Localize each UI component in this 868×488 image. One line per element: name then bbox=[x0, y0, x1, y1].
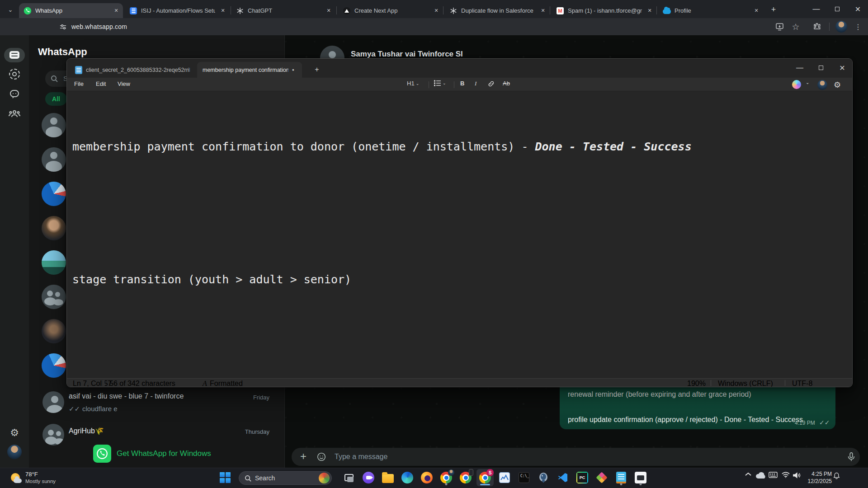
tab-search-chevron-icon[interactable]: ⌄ bbox=[5, 4, 16, 15]
browser-tab-duplicate-flow[interactable]: Duplicate flow in Salesforce ✕ bbox=[445, 3, 550, 18]
notepad-tab-client-secret[interactable]: client_secret_2_60053885332-2reqe52rribc bbox=[70, 62, 196, 78]
postgresql-button[interactable] bbox=[535, 469, 552, 486]
communities-icon[interactable] bbox=[8, 108, 21, 120]
pycharm-button[interactable]: PC bbox=[574, 469, 591, 486]
browser-minimize-button[interactable]: — bbox=[806, 0, 826, 18]
volume-icon[interactable] bbox=[791, 472, 802, 479]
chat-row-name[interactable]: AgriHub🌾 bbox=[69, 427, 104, 435]
chat-avatar[interactable] bbox=[42, 391, 64, 413]
microphone-icon[interactable] bbox=[846, 451, 856, 462]
bookmark-star-icon[interactable]: ☆ bbox=[790, 21, 801, 32]
italic-button[interactable]: I bbox=[475, 80, 476, 87]
bold-button[interactable]: B bbox=[460, 80, 464, 87]
video-app-button[interactable] bbox=[360, 469, 377, 486]
taskbar-search[interactable]: Search bbox=[239, 471, 332, 485]
extensions-puzzle-icon[interactable] bbox=[813, 22, 822, 31]
conversation-title[interactable]: Samya Tushar vai Twinforce Sl bbox=[351, 50, 463, 59]
tray-chevron-up-icon[interactable] bbox=[743, 472, 754, 476]
edge-button[interactable] bbox=[399, 469, 416, 486]
notepad-new-tab-button[interactable]: + bbox=[311, 64, 323, 75]
browser-tab-create-next-app[interactable]: Create Next App ✕ bbox=[338, 3, 443, 18]
chat-avatar-twinforce-logo[interactable] bbox=[42, 353, 66, 378]
notepad-maximize-button[interactable] bbox=[811, 61, 830, 75]
clear-formatting-button[interactable]: Ab bbox=[503, 80, 510, 87]
menu-view[interactable]: View bbox=[118, 80, 130, 87]
task-view-button[interactable] bbox=[340, 469, 358, 486]
chat-avatar-photo[interactable] bbox=[42, 319, 66, 343]
channels-icon[interactable] bbox=[8, 88, 21, 100]
whatsapp-profile-avatar[interactable] bbox=[7, 445, 22, 459]
heading-style-button[interactable]: H1⌄ bbox=[407, 80, 419, 87]
browser-maximize-button[interactable] bbox=[827, 0, 847, 18]
chat-avatar-photo[interactable] bbox=[42, 216, 66, 240]
notepad-taskbar-button[interactable] bbox=[613, 469, 630, 486]
weather-condition[interactable]: Mostly sunny bbox=[25, 479, 56, 484]
tab-close-icon[interactable]: ✕ bbox=[432, 7, 440, 15]
attach-plus-icon[interactable]: + bbox=[300, 450, 307, 463]
browser-profile-avatar[interactable] bbox=[835, 21, 847, 33]
site-settings-icon[interactable] bbox=[60, 23, 66, 30]
copilot-chevron-icon[interactable]: ⌄ bbox=[806, 80, 809, 85]
chat-avatar-group[interactable] bbox=[42, 285, 66, 309]
menu-edit[interactable]: Edit bbox=[96, 80, 106, 87]
chat-avatar-photo[interactable] bbox=[42, 250, 66, 275]
notepad-tab-membership[interactable]: membership payment confirmation ● bbox=[197, 62, 302, 78]
browser-menu-icon[interactable]: ⋮ bbox=[853, 21, 863, 32]
browser-tab-whatsapp[interactable]: WhatsApp ✕ bbox=[19, 3, 123, 18]
notepad-account-avatar[interactable] bbox=[817, 80, 827, 90]
chat-avatar-group[interactable] bbox=[42, 424, 64, 446]
filter-all-pill[interactable]: All bbox=[45, 92, 67, 106]
notepad-settings-gear-icon[interactable]: ⚙ bbox=[834, 80, 841, 90]
chats-icon[interactable] bbox=[9, 51, 19, 59]
task-manager-button[interactable] bbox=[496, 469, 513, 486]
tab-close-icon[interactable]: ✕ bbox=[752, 7, 760, 15]
notepad-close-button[interactable]: ✕ bbox=[833, 61, 852, 75]
weather-temperature[interactable]: 78°F bbox=[25, 471, 38, 478]
taskbar-clock[interactable]: 4:25 PM 12/2/2025 bbox=[804, 470, 832, 485]
firefox-button[interactable] bbox=[418, 469, 435, 486]
get-whatsapp-windows-link[interactable]: Get WhatsApp for Windows bbox=[117, 449, 211, 458]
wifi-icon[interactable] bbox=[780, 472, 791, 478]
browser-tab-flows-setup[interactable]: ISIJ - Automation/Flows Setup ✕ bbox=[125, 3, 230, 18]
tab-close-icon[interactable]: ✕ bbox=[646, 7, 654, 15]
url-text[interactable]: web.whatsapp.com bbox=[71, 23, 127, 30]
merge-tool-button[interactable] bbox=[593, 469, 610, 486]
chat-avatar[interactable] bbox=[42, 147, 66, 172]
install-app-icon[interactable] bbox=[775, 22, 784, 31]
chrome-active-button[interactable]: S bbox=[476, 469, 494, 486]
sticker-emoji-icon[interactable] bbox=[316, 452, 326, 462]
chat-avatar[interactable] bbox=[42, 113, 66, 137]
menu-file[interactable]: File bbox=[74, 80, 84, 87]
copilot-icon[interactable] bbox=[792, 80, 801, 89]
onedrive-cloud-icon[interactable] bbox=[754, 472, 767, 479]
chrome-profile2-button[interactable] bbox=[457, 469, 474, 486]
taskpro-button[interactable] bbox=[632, 469, 649, 486]
browser-tab-salesforce-profile[interactable]: Profile ✕ bbox=[658, 3, 763, 18]
start-button[interactable] bbox=[217, 469, 234, 486]
notification-bell-icon[interactable] bbox=[831, 472, 842, 480]
status-icon[interactable] bbox=[8, 68, 21, 80]
touch-keyboard-icon[interactable] bbox=[767, 472, 779, 478]
new-tab-button[interactable]: + bbox=[768, 4, 779, 15]
zoom-level[interactable]: 190% bbox=[687, 380, 706, 387]
settings-gear-icon[interactable]: ⚙ bbox=[8, 427, 21, 439]
browser-tab-gmail-spam[interactable]: M Spam (1) - ishann.tforce@gmai ✕ bbox=[552, 3, 656, 18]
tab-close-icon[interactable]: ✕ bbox=[112, 7, 120, 15]
terminal-button[interactable]: C:\_ bbox=[515, 469, 533, 486]
link-button[interactable] bbox=[487, 80, 495, 88]
notepad-editor[interactable]: membership payment confirmation to donor… bbox=[67, 91, 852, 378]
tab-close-icon[interactable]: ✕ bbox=[539, 7, 547, 15]
tab-close-icon[interactable]: ✕ bbox=[325, 7, 333, 15]
whatsapp-logo-icon[interactable] bbox=[93, 445, 111, 463]
browser-close-button[interactable]: ✕ bbox=[848, 0, 868, 18]
file-explorer-button[interactable] bbox=[379, 469, 396, 486]
list-format-button[interactable]: ⌄ bbox=[434, 80, 446, 86]
chat-row-name[interactable]: asif vai - diu swe - blue 7 - twinforce bbox=[69, 392, 184, 400]
chat-avatar-twinforce-logo[interactable] bbox=[42, 182, 66, 206]
tab-close-icon[interactable]: ✕ bbox=[219, 7, 227, 15]
vscode-button[interactable] bbox=[554, 469, 571, 486]
notepad-minimize-button[interactable]: — bbox=[790, 61, 809, 75]
browser-tab-chatgpt[interactable]: ChatGPT ✕ bbox=[231, 3, 335, 18]
weather-icon[interactable] bbox=[10, 473, 23, 485]
chrome-profile1-button[interactable] bbox=[438, 469, 455, 486]
